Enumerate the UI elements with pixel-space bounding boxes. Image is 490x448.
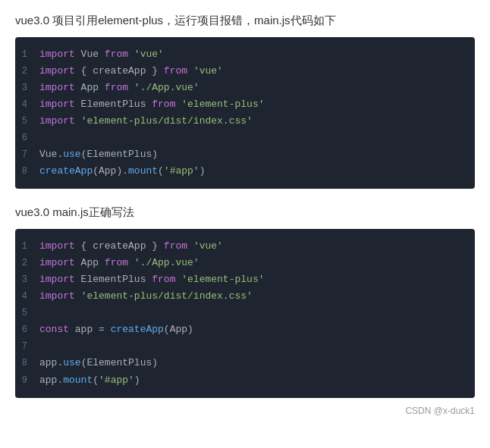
line-number: 7 (15, 339, 39, 354)
line-code: import { createApp } from 'vue' (39, 63, 223, 80)
code-block-2: 1import { createApp } from 'vue'2import … (15, 229, 475, 398)
code-line: 3import App from './App.vue' (15, 80, 475, 96)
line-code: import 'element-plus/dist/index.css' (39, 113, 253, 130)
section-2-title: vue3.0 main.js正确写法 (15, 204, 475, 221)
line-code: createApp(App).mount('#app') (39, 163, 205, 180)
line-code (39, 130, 46, 146)
line-number: 7 (15, 147, 39, 162)
code-line: 2import { createApp } from 'vue' (15, 63, 475, 80)
line-number: 9 (15, 373, 39, 388)
code-line: 9app.mount('#app') (15, 372, 475, 389)
line-code: import App from './App.vue' (39, 255, 199, 271)
line-code (39, 338, 46, 355)
line-code: import App from './App.vue' (39, 80, 199, 96)
code-line: 3import ElementPlus from 'element-plus' (15, 271, 475, 288)
line-number: 8 (15, 164, 39, 179)
code-line: 7Vue.use(ElementPlus) (15, 146, 475, 163)
code-line: 6const app = createApp(App) (15, 321, 475, 338)
line-number: 6 (15, 322, 39, 337)
line-number: 2 (15, 255, 39, 271)
line-number: 1 (15, 239, 39, 254)
code-line: 4import ElementPlus from 'element-plus' (15, 96, 475, 113)
line-code: import { createApp } from 'vue' (39, 238, 223, 255)
code-line: 6 (15, 130, 475, 146)
code-line: 5import 'element-plus/dist/index.css' (15, 113, 475, 130)
code-line: 7 (15, 338, 475, 355)
line-number: 5 (15, 114, 39, 129)
line-code: import ElementPlus from 'element-plus' (39, 96, 264, 113)
line-number: 5 (15, 305, 39, 321)
line-number: 6 (15, 130, 39, 146)
line-number: 4 (15, 97, 39, 112)
line-number: 2 (15, 64, 39, 79)
line-code: import ElementPlus from 'element-plus' (39, 271, 264, 288)
line-code (39, 305, 46, 321)
watermark: CSDN @x-duck1 (15, 406, 475, 416)
line-number: 4 (15, 289, 39, 304)
line-number: 3 (15, 272, 39, 287)
line-number: 8 (15, 356, 39, 371)
code-block-1: 1import Vue from 'vue'2import { createAp… (15, 37, 475, 190)
line-number: 3 (15, 80, 39, 96)
line-code: import Vue from 'vue' (39, 46, 164, 63)
line-code: import 'element-plus/dist/index.css' (39, 288, 253, 305)
code-line: 8app.use(ElementPlus) (15, 355, 475, 371)
code-line: 1import Vue from 'vue' (15, 46, 475, 63)
code-line: 8createApp(App).mount('#app') (15, 163, 475, 180)
code-line: 1import { createApp } from 'vue' (15, 238, 475, 255)
code-line: 5 (15, 305, 475, 321)
section-1-title: vue3.0 项目引用element-plus，运行项目报错，main.js代码… (15, 12, 475, 30)
line-code: const app = createApp(App) (39, 321, 193, 338)
line-code: app.use(ElementPlus) (39, 355, 158, 371)
code-line: 4import 'element-plus/dist/index.css' (15, 288, 475, 305)
code-line: 2import App from './App.vue' (15, 255, 475, 271)
line-code: Vue.use(ElementPlus) (39, 146, 158, 163)
line-code: app.mount('#app') (39, 372, 140, 389)
line-number: 1 (15, 47, 39, 62)
